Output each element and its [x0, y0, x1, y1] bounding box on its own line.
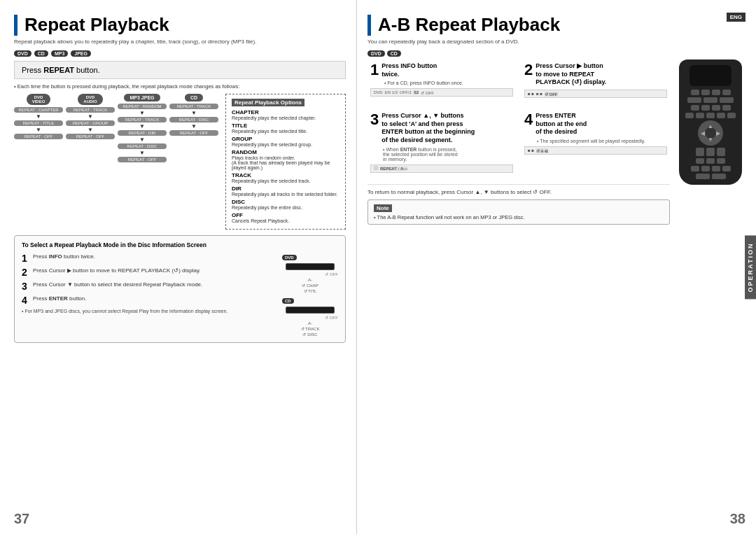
ab-step-4: 4 Press ENTERbutton at the endof the des…	[522, 109, 670, 178]
ab-step-1-note: • For a CD, press INFO button once.	[384, 80, 513, 85]
badge-mp3: MP3	[51, 50, 68, 57]
repeat-options-box: Repeat Playback Options CHAPTER Repeated…	[225, 94, 346, 230]
opt-dir-desc: Repeatedly plays all tracks in the selec…	[232, 192, 340, 197]
remote-btn-25	[712, 166, 720, 171]
mp3-jpeg-items: REPEAT : RANDOM ▼ REPEAT : TRACK ▼ REPEA…	[118, 104, 167, 162]
remote-btn-17	[696, 148, 704, 156]
remote-btn-12	[685, 113, 694, 118]
dvd-badge-sm: DVD	[282, 255, 297, 260]
remote-btn-18	[706, 148, 715, 156]
step2-display: ■ ■ ■ ■ ↺ OFF	[524, 90, 667, 98]
remote-btn-20	[696, 158, 704, 164]
step4-note: • The specified segment will be played r…	[537, 139, 667, 143]
ab-step-2-num: 2	[524, 62, 533, 78]
dvd-a-item-1: REPEAT : GROUP	[66, 120, 115, 126]
arrow-2: ▼	[88, 113, 93, 120]
ab-step-4-num: 4	[524, 112, 533, 127]
step-1-num: 1	[22, 253, 30, 264]
opt-track-name: TRACK	[232, 172, 340, 178]
opt-random-name: RANDOM	[232, 149, 340, 155]
left-section-title: Repeat Playback	[14, 14, 346, 36]
arrow-1: ▼	[36, 127, 41, 133]
remote-row-3	[691, 105, 731, 111]
dvd-v-item-2: REPEAT : OFF	[14, 134, 63, 139]
ab-step-1-num: 1	[370, 62, 379, 78]
right-badge-dvd: DVD	[368, 50, 385, 57]
remote-btn-22	[717, 158, 725, 164]
remote-btn-8	[691, 105, 699, 111]
disc-info-title-text: To Select a Repeat Playback Mode in the …	[22, 241, 206, 248]
press-label: Press	[22, 66, 43, 74]
remote-btn-3	[712, 90, 720, 95]
step1-display: DVD EN 1/3 OFF/1 S2 ↺ OFF	[370, 88, 513, 97]
ab-step-4-header: 4 Press ENTERbutton at the endof the des…	[524, 112, 667, 136]
remote-btn-21	[706, 158, 715, 164]
cd-column: CD REPEAT : TRACK ▼ REPEAT : DISC ▼ REPE…	[169, 94, 218, 230]
right-disc-badges: DVD CD	[368, 50, 746, 57]
opt-dir: DIR Repeatedly plays all tracks in the s…	[232, 185, 340, 197]
cd-item-1: REPEAT : DISC	[169, 117, 218, 122]
dvd-a-item-2: REPEAT : OFF	[66, 134, 115, 139]
mp3-jpeg-header: MP3 JPEG	[124, 94, 160, 101]
opt-title-name: TITLE	[232, 122, 340, 129]
modes-and-options: DVDVIDEO REPEAT : CHAPTER ▼ REPEAT : TIT…	[14, 94, 346, 230]
return-note-text: To return to normal playback, press Curs…	[368, 189, 552, 195]
ab-step-3-num: 3	[370, 112, 379, 127]
dvd-audio-header: DVDAUDIO	[78, 94, 102, 105]
cd-header: CD	[185, 94, 203, 101]
ab-step-1: 1 Press INFO buttontwice. • For a CD, pr…	[368, 59, 516, 104]
step-4-text: Press ENTER button.	[33, 295, 86, 302]
step-4: 4 Press ENTER button.	[22, 295, 275, 306]
modes-left: DVDVIDEO REPEAT : CHAPTER ▼ REPEAT : TIT…	[14, 94, 218, 230]
step-3-num: 3	[22, 281, 30, 292]
left-title-text: Repeat Playback	[24, 14, 169, 36]
dvd-v-item-0: REPEAT : CHAPTER	[14, 107, 63, 113]
ab-step-1-title: Press INFO buttontwice.	[382, 62, 437, 78]
opt-off: OFF Cancels Repeat Playback.	[232, 212, 340, 223]
ab-steps-grid: 1 Press INFO buttontwice. • For a CD, pr…	[368, 59, 670, 178]
opt-random: RANDOM Plays tracks in random order.(A t…	[232, 149, 340, 170]
opt-track-desc: Repeatedly plays the selected track.	[232, 178, 340, 183]
operation-tab: OPERATION	[745, 235, 756, 299]
opt-title-desc: Repeatedly plays the selected title.	[232, 129, 340, 134]
return-note: To return to normal playback, press Curs…	[368, 189, 670, 195]
left-page: Repeat Playback Repeat playback allows y…	[0, 0, 357, 534]
arrow-3: ▼	[88, 127, 93, 133]
opt-chapter-desc: Repeatedly plays the selected chapter.	[232, 115, 340, 120]
dvd-video-column: DVDVIDEO REPEAT : CHAPTER ▼ REPEAT : TIT…	[14, 94, 63, 230]
eng-badge: ENG	[727, 13, 746, 22]
right-title-text: A-B Repeat Playback	[378, 14, 560, 36]
remote-btn-2	[701, 90, 710, 95]
remote-btn-14	[706, 113, 715, 118]
ab-step-4-title: Press ENTERbutton at the endof the desir…	[536, 112, 587, 136]
opt-group-name: GROUP	[232, 136, 340, 142]
page-num-left: 37	[14, 511, 29, 527]
remote-btn-9	[701, 105, 710, 111]
remote-btn-24	[701, 166, 710, 171]
options-title: Repeat Playback Options	[232, 99, 304, 106]
note-text: • The A-B Repeat function will not work …	[374, 214, 664, 220]
remote-row-6	[696, 158, 725, 164]
ab-step-2-header: 2 Press Cursor ▶ buttonto move to REPEAT…	[524, 62, 667, 87]
title-bar-right	[368, 15, 371, 36]
step-2-num: 2	[22, 267, 30, 278]
remote-row-4	[685, 113, 736, 118]
right-steps-area: 1 Press INFO buttontwice. • For a CD, pr…	[368, 59, 670, 225]
opt-random-desc: Plays tracks in random order.(A track th…	[232, 155, 340, 170]
mp3-item-1: REPEAT : TRACK	[118, 117, 167, 122]
remote-btn-26	[722, 166, 731, 171]
dvd-video-header: DVDVIDEO	[27, 94, 51, 105]
dvd-display-area: DVD ↺ OFF A- ↺ CHAP ↺ TITL CD ↺ OFF A- ↺…	[282, 253, 338, 337]
note-box: Note • The A-B Repeat function will not …	[368, 199, 670, 225]
opt-title: TITLE Repeatedly plays the selected titl…	[232, 122, 340, 134]
remote-btn-6	[704, 97, 718, 103]
title-bar-left	[14, 15, 18, 36]
step-1: 1 Press INFO button twice.	[22, 253, 275, 264]
remote-control: ▲ ▼ ◀ ▶	[679, 59, 742, 185]
remote-row-5	[696, 148, 725, 156]
ab-step-2-title: Press Cursor ▶ buttonto move to REPEATPL…	[536, 62, 606, 87]
remote-row-1	[691, 90, 731, 95]
press-suffix: button.	[74, 66, 100, 74]
opt-disc-desc: Repeatedly plays the entire disc.	[232, 205, 340, 210]
opt-off-desc: Cancels Repeat Playback.	[232, 218, 340, 223]
